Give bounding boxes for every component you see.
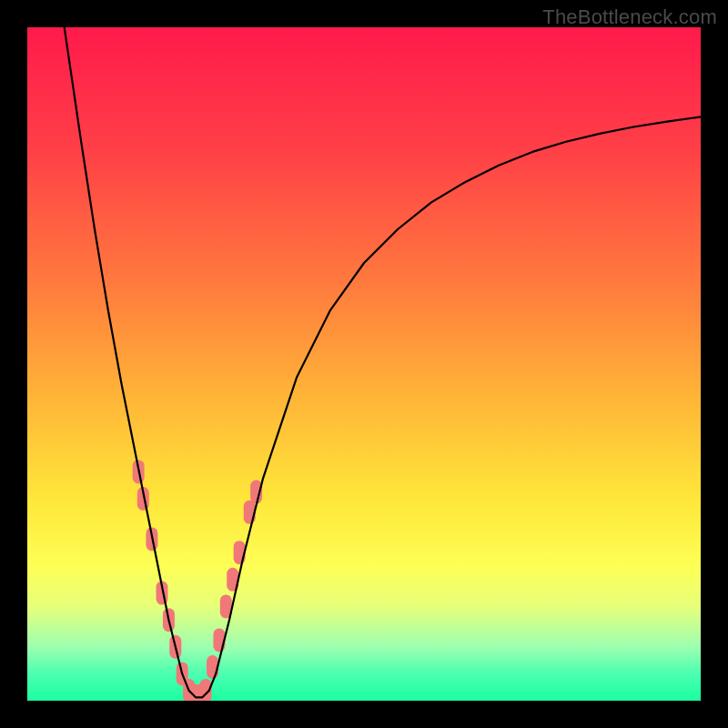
curve-layer bbox=[27, 27, 701, 701]
plot-area bbox=[27, 27, 701, 701]
chart-frame: TheBottleneck.com bbox=[0, 0, 728, 728]
watermark-text: TheBottleneck.com bbox=[542, 5, 717, 29]
curve-markers bbox=[133, 460, 263, 701]
